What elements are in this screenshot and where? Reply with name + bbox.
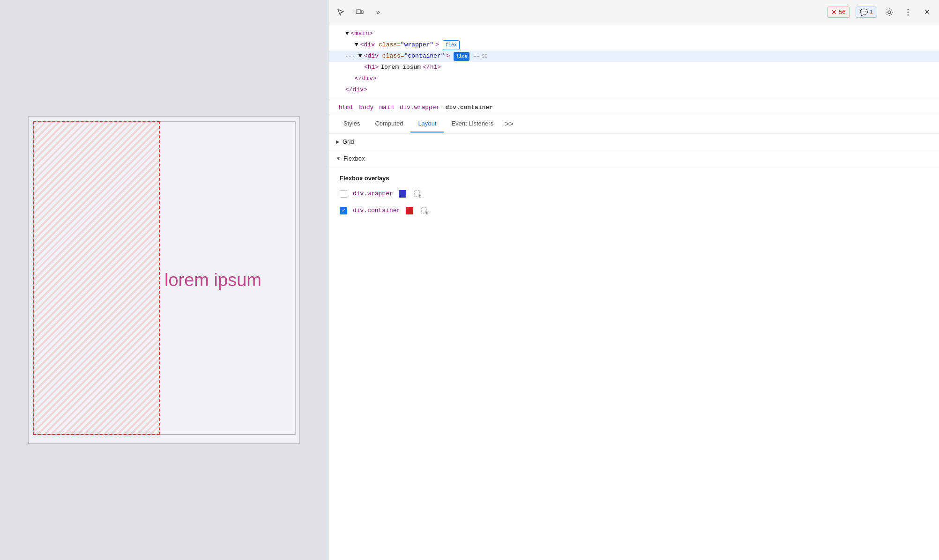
flexbox-arrow-icon xyxy=(336,156,341,161)
preview-panel: lorem ipsum xyxy=(0,0,328,560)
flexbox-section-title: Flexbox xyxy=(343,155,365,162)
dom-line-main[interactable]: ▼ <main> xyxy=(328,28,939,39)
dom-line-close-div1[interactable]: </div> xyxy=(328,73,939,84)
dom-line-h1[interactable]: <h1> lorem ipsum </h1> xyxy=(328,62,939,73)
wrapper-checkbox[interactable] xyxy=(340,190,347,198)
wrapper-color-swatch[interactable] xyxy=(399,190,406,198)
container-label[interactable]: div.container xyxy=(353,207,400,214)
svg-point-4 xyxy=(908,11,909,13)
flexbox-section-container: Flexbox Flexbox overlays div.wrapper xyxy=(328,150,939,229)
flexbox-section-header[interactable]: Flexbox xyxy=(328,150,939,167)
breadcrumb-html[interactable]: html xyxy=(336,103,356,112)
breadcrumb-wrapper[interactable]: div.wrapper xyxy=(397,103,443,112)
flexbox-section-content: Flexbox overlays div.wrapper xyxy=(328,167,939,229)
tab-layout[interactable]: Layout xyxy=(410,115,444,133)
kebab-menu-icon[interactable] xyxy=(902,6,915,19)
svg-point-2 xyxy=(888,11,891,14)
grid-arrow-icon xyxy=(336,139,340,144)
info-badge[interactable]: 💬 1 xyxy=(856,7,877,18)
dom-line-wrapper[interactable]: ▼ <div class="wrapper" > flex xyxy=(328,39,939,51)
browser-frame: lorem ipsum xyxy=(28,116,300,444)
grid-section-title: Grid xyxy=(343,138,354,145)
wrapper-label[interactable]: div.wrapper xyxy=(353,190,393,197)
dom-tree: ▼ <main> ▼ <div class="wrapper" > flex ·… xyxy=(328,24,939,100)
dom-line-close-div2[interactable]: </div> xyxy=(328,84,939,96)
tab-computed[interactable]: Computed xyxy=(367,115,410,133)
breadcrumb-main[interactable]: main xyxy=(376,103,396,112)
settings-icon[interactable] xyxy=(883,6,896,19)
tab-event-listeners[interactable]: Event Listeners xyxy=(444,115,501,133)
svg-point-5 xyxy=(908,14,909,15)
layout-content: Grid Flexbox Flexbox overlays div.wrappe… xyxy=(328,133,939,560)
svg-rect-1 xyxy=(361,11,363,14)
container-color-swatch[interactable] xyxy=(406,207,413,214)
overlay-row-container: div.container xyxy=(340,205,928,216)
devtools-panel: » ✕ 56 💬 1 ✕ xyxy=(328,0,939,560)
container-highlight-icon[interactable] xyxy=(419,205,430,216)
tabs-bar: Styles Computed Layout Event Listeners >… xyxy=(328,115,939,133)
svg-rect-0 xyxy=(356,10,361,14)
tab-more-icon[interactable]: >> xyxy=(501,115,517,133)
overlay-row-wrapper: div.wrapper xyxy=(340,188,928,199)
error-badge[interactable]: ✕ 56 xyxy=(827,7,850,18)
more-tools-icon[interactable]: » xyxy=(372,6,385,19)
devtools-toolbar: » ✕ 56 💬 1 ✕ xyxy=(328,0,939,24)
tab-styles[interactable]: Styles xyxy=(336,115,367,133)
container-checkbox[interactable] xyxy=(340,207,347,214)
responsive-icon[interactable] xyxy=(353,6,366,19)
grid-section-header[interactable]: Grid xyxy=(328,133,939,150)
breadcrumb-body[interactable]: body xyxy=(356,103,376,112)
breadcrumb-bar: html body main div.wrapper div.container xyxy=(328,100,939,115)
wrapper-highlight-icon[interactable] xyxy=(412,188,423,199)
container-overlay xyxy=(33,121,160,435)
flexbox-overlays-title: Flexbox overlays xyxy=(340,175,928,182)
dom-line-container[interactable]: ··· ▼ <div class="container" > flex == $… xyxy=(328,51,939,62)
breadcrumb-container[interactable]: div.container xyxy=(442,103,495,112)
inspect-icon[interactable] xyxy=(334,6,347,19)
svg-point-3 xyxy=(908,8,909,10)
close-icon[interactable]: ✕ xyxy=(920,6,933,19)
